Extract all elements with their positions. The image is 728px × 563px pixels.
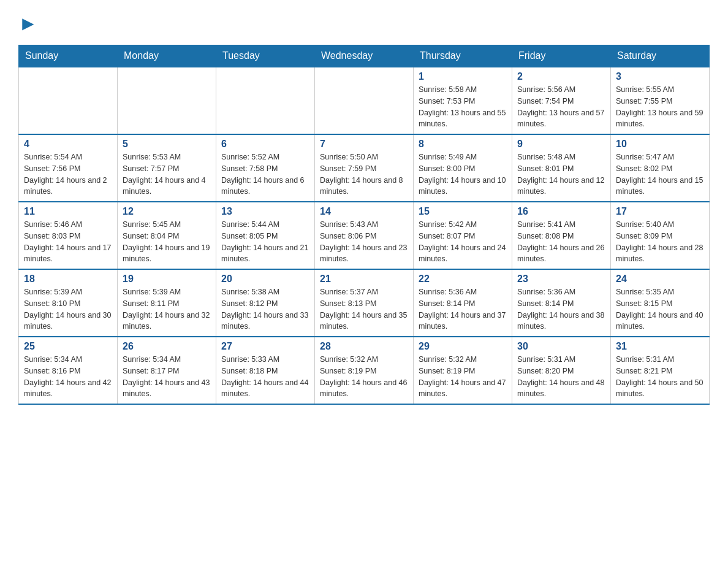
day-info: Sunrise: 5:38 AM Sunset: 8:12 PM Dayligh…	[221, 286, 309, 332]
day-info: Sunrise: 5:56 AM Sunset: 7:54 PM Dayligh…	[517, 84, 605, 130]
calendar-cell: 6Sunrise: 5:52 AM Sunset: 7:58 PM Daylig…	[216, 134, 315, 202]
day-info: Sunrise: 5:55 AM Sunset: 7:55 PM Dayligh…	[616, 84, 704, 130]
calendar-cell: 14Sunrise: 5:43 AM Sunset: 8:06 PM Dayli…	[315, 202, 414, 269]
calendar-cell: 5Sunrise: 5:53 AM Sunset: 7:57 PM Daylig…	[118, 134, 216, 202]
day-info: Sunrise: 5:46 AM Sunset: 8:03 PM Dayligh…	[24, 219, 112, 265]
day-number: 19	[123, 274, 211, 285]
calendar-cell: 18Sunrise: 5:39 AM Sunset: 8:10 PM Dayli…	[19, 269, 118, 337]
day-info: Sunrise: 5:31 AM Sunset: 8:21 PM Dayligh…	[616, 354, 704, 400]
day-number: 24	[616, 274, 704, 285]
day-info: Sunrise: 5:39 AM Sunset: 8:10 PM Dayligh…	[24, 286, 112, 332]
day-number: 1	[419, 71, 507, 82]
day-number: 7	[320, 139, 408, 150]
calendar-header-row: SundayMondayTuesdayWednesdayThursdayFrid…	[19, 45, 710, 67]
calendar-cell	[315, 67, 414, 134]
calendar-cell: 13Sunrise: 5:44 AM Sunset: 8:05 PM Dayli…	[216, 202, 315, 269]
day-info: Sunrise: 5:42 AM Sunset: 8:07 PM Dayligh…	[419, 219, 507, 265]
day-number: 30	[517, 341, 605, 352]
day-number: 3	[616, 71, 704, 82]
calendar-week-row: 25Sunrise: 5:34 AM Sunset: 8:16 PM Dayli…	[19, 337, 710, 404]
day-number: 18	[24, 274, 112, 285]
calendar-cell: 9Sunrise: 5:48 AM Sunset: 8:01 PM Daylig…	[512, 134, 611, 202]
day-of-week-header: Wednesday	[315, 45, 414, 67]
day-info: Sunrise: 5:37 AM Sunset: 8:13 PM Dayligh…	[320, 286, 408, 332]
calendar-cell: 12Sunrise: 5:45 AM Sunset: 8:04 PM Dayli…	[118, 202, 216, 269]
day-info: Sunrise: 5:33 AM Sunset: 8:18 PM Dayligh…	[221, 354, 309, 400]
day-info: Sunrise: 5:48 AM Sunset: 8:01 PM Dayligh…	[517, 151, 605, 197]
day-number: 4	[24, 139, 112, 150]
day-info: Sunrise: 5:32 AM Sunset: 8:19 PM Dayligh…	[419, 354, 507, 400]
day-info: Sunrise: 5:31 AM Sunset: 8:20 PM Dayligh…	[517, 354, 605, 400]
calendar-cell: 23Sunrise: 5:36 AM Sunset: 8:14 PM Dayli…	[512, 269, 611, 337]
day-number: 16	[517, 206, 605, 217]
day-info: Sunrise: 5:54 AM Sunset: 7:56 PM Dayligh…	[24, 151, 112, 197]
calendar-cell: 16Sunrise: 5:41 AM Sunset: 8:08 PM Dayli…	[512, 202, 611, 269]
calendar-cell: 31Sunrise: 5:31 AM Sunset: 8:21 PM Dayli…	[611, 337, 710, 404]
day-of-week-header: Sunday	[19, 45, 118, 67]
day-of-week-header: Tuesday	[216, 45, 315, 67]
day-info: Sunrise: 5:53 AM Sunset: 7:57 PM Dayligh…	[123, 151, 211, 197]
calendar-table: SundayMondayTuesdayWednesdayThursdayFrid…	[18, 45, 710, 405]
day-of-week-header: Saturday	[611, 45, 710, 67]
calendar-cell: 29Sunrise: 5:32 AM Sunset: 8:19 PM Dayli…	[414, 337, 512, 404]
day-of-week-header: Monday	[118, 45, 216, 67]
day-number: 26	[123, 341, 211, 352]
day-number: 10	[616, 139, 704, 150]
logo-arrow-icon: ►	[18, 12, 38, 34]
calendar-cell: 19Sunrise: 5:39 AM Sunset: 8:11 PM Dayli…	[118, 269, 216, 337]
day-number: 17	[616, 206, 704, 217]
day-of-week-header: Friday	[512, 45, 611, 67]
day-number: 12	[123, 206, 211, 217]
day-number: 23	[517, 274, 605, 285]
day-info: Sunrise: 5:34 AM Sunset: 8:17 PM Dayligh…	[123, 354, 211, 400]
day-number: 27	[221, 341, 309, 352]
calendar-week-row: 18Sunrise: 5:39 AM Sunset: 8:10 PM Dayli…	[19, 269, 710, 337]
calendar-cell: 3Sunrise: 5:55 AM Sunset: 7:55 PM Daylig…	[611, 67, 710, 134]
day-number: 6	[221, 139, 309, 150]
day-number: 11	[24, 206, 112, 217]
calendar-cell: 11Sunrise: 5:46 AM Sunset: 8:03 PM Dayli…	[19, 202, 118, 269]
day-number: 22	[419, 274, 507, 285]
calendar-cell: 26Sunrise: 5:34 AM Sunset: 8:17 PM Dayli…	[118, 337, 216, 404]
calendar-cell	[19, 67, 118, 134]
calendar-cell: 21Sunrise: 5:37 AM Sunset: 8:13 PM Dayli…	[315, 269, 414, 337]
day-info: Sunrise: 5:44 AM Sunset: 8:05 PM Dayligh…	[221, 219, 309, 265]
day-number: 8	[419, 139, 507, 150]
day-info: Sunrise: 5:39 AM Sunset: 8:11 PM Dayligh…	[123, 286, 211, 332]
calendar-cell: 1Sunrise: 5:58 AM Sunset: 7:53 PM Daylig…	[414, 67, 512, 134]
day-number: 31	[616, 341, 704, 352]
calendar-cell: 28Sunrise: 5:32 AM Sunset: 8:19 PM Dayli…	[315, 337, 414, 404]
calendar-week-row: 4Sunrise: 5:54 AM Sunset: 7:56 PM Daylig…	[19, 134, 710, 202]
calendar-cell: 27Sunrise: 5:33 AM Sunset: 8:18 PM Dayli…	[216, 337, 315, 404]
calendar-cell: 8Sunrise: 5:49 AM Sunset: 8:00 PM Daylig…	[414, 134, 512, 202]
calendar-week-row: 1Sunrise: 5:58 AM Sunset: 7:53 PM Daylig…	[19, 67, 710, 134]
day-number: 2	[517, 71, 605, 82]
day-info: Sunrise: 5:50 AM Sunset: 7:59 PM Dayligh…	[320, 151, 408, 197]
day-number: 15	[419, 206, 507, 217]
day-number: 5	[123, 139, 211, 150]
day-info: Sunrise: 5:35 AM Sunset: 8:15 PM Dayligh…	[616, 286, 704, 332]
calendar-cell	[118, 67, 216, 134]
calendar-cell: 10Sunrise: 5:47 AM Sunset: 8:02 PM Dayli…	[611, 134, 710, 202]
day-number: 14	[320, 206, 408, 217]
calendar-cell	[216, 67, 315, 134]
logo: ►	[18, 12, 38, 35]
day-number: 29	[419, 341, 507, 352]
day-number: 9	[517, 139, 605, 150]
day-info: Sunrise: 5:49 AM Sunset: 8:00 PM Dayligh…	[419, 151, 507, 197]
day-number: 21	[320, 274, 408, 285]
day-info: Sunrise: 5:36 AM Sunset: 8:14 PM Dayligh…	[517, 286, 605, 332]
page-header: ►	[18, 12, 710, 35]
day-info: Sunrise: 5:45 AM Sunset: 8:04 PM Dayligh…	[123, 219, 211, 265]
calendar-cell: 15Sunrise: 5:42 AM Sunset: 8:07 PM Dayli…	[414, 202, 512, 269]
logo-general-text: ►	[18, 12, 38, 35]
calendar-cell: 20Sunrise: 5:38 AM Sunset: 8:12 PM Dayli…	[216, 269, 315, 337]
calendar-cell: 4Sunrise: 5:54 AM Sunset: 7:56 PM Daylig…	[19, 134, 118, 202]
day-info: Sunrise: 5:41 AM Sunset: 8:08 PM Dayligh…	[517, 219, 605, 265]
calendar-cell: 30Sunrise: 5:31 AM Sunset: 8:20 PM Dayli…	[512, 337, 611, 404]
day-number: 20	[221, 274, 309, 285]
calendar-cell: 22Sunrise: 5:36 AM Sunset: 8:14 PM Dayli…	[414, 269, 512, 337]
day-number: 13	[221, 206, 309, 217]
day-info: Sunrise: 5:43 AM Sunset: 8:06 PM Dayligh…	[320, 219, 408, 265]
day-number: 25	[24, 341, 112, 352]
